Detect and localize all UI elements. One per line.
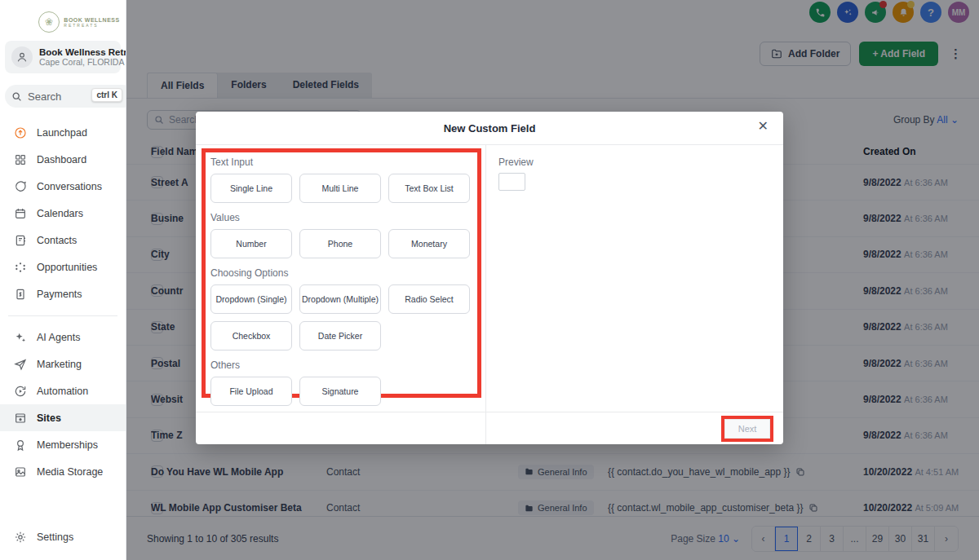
section-label-others: Others	[210, 359, 783, 371]
automation-icon	[13, 385, 28, 398]
sidebar-item-conversations[interactable]: Conversations	[0, 173, 126, 200]
sidebar-item-label: Calendars	[37, 208, 83, 219]
sidebar-item-dashboard[interactable]: Dashboard	[0, 146, 126, 173]
sidebar-item-opportunities[interactable]: Opportunities	[0, 254, 126, 280]
modal-title: New Custom Field	[444, 122, 536, 134]
sites-icon	[13, 412, 28, 425]
sidebar-item-label: Conversations	[37, 181, 102, 192]
memberships-icon	[13, 439, 28, 452]
field-type-radio-select[interactable]: Radio Select	[388, 284, 470, 314]
sidebar-item-label: Opportunities	[37, 262, 97, 273]
sidebar-item-label: Automation	[37, 386, 88, 397]
sidebar-item-launchpad[interactable]: Launchpad	[0, 119, 126, 146]
field-type-number[interactable]: Number	[210, 229, 292, 258]
account-avatar-icon	[11, 46, 33, 68]
sidebar-nav: Launchpad Dashboard Conversations Calend…	[0, 119, 126, 485]
field-type-monetary[interactable]: Monetary	[388, 229, 470, 258]
calendar-icon	[13, 207, 28, 220]
sidebar-item-label: AI Agents	[37, 332, 81, 343]
account-name: Book Wellness Retre...	[39, 47, 126, 57]
ai-agents-icon	[13, 331, 28, 344]
sidebar-item-label: Media Storage	[37, 466, 103, 478]
sidebar-item-label: Dashboard	[37, 154, 86, 165]
sidebar-item-automation[interactable]: Automation	[0, 377, 126, 404]
sidebar-item-settings[interactable]: Settings	[0, 523, 126, 550]
sidebar-item-sites[interactable]: Sites	[0, 404, 126, 431]
section-label-values: Values	[210, 212, 783, 223]
field-type-date-picker[interactable]: Date Picker	[299, 321, 381, 351]
sidebar-item-label: Memberships	[37, 439, 98, 451]
field-type-file-upload[interactable]: File Upload	[210, 377, 292, 406]
sidebar-item-marketing[interactable]: Marketing	[0, 351, 126, 377]
payments-icon	[13, 288, 28, 301]
dashboard-icon	[13, 153, 28, 166]
brand-logo: ❀ BOOK WELLNESS RETREATS	[33, 11, 126, 33]
sidebar-item-label: Settings	[37, 531, 73, 543]
sidebar-item-media-storage[interactable]: Media Storage	[0, 458, 126, 485]
account-location: Cape Coral, FLORIDA	[39, 57, 126, 67]
brand-name-line1: BOOK WELLNESS	[64, 17, 119, 23]
search-label: Search	[28, 90, 61, 103]
sidebar-item-label: Sites	[37, 412, 61, 424]
section-label-text-input: Text Input	[210, 157, 783, 168]
next-button[interactable]: Next	[724, 419, 770, 439]
media-storage-icon	[13, 465, 28, 478]
brand-name-line2: RETREATS	[64, 23, 119, 28]
new-custom-field-modal: New Custom Field ✕ Text Input Single Lin…	[196, 112, 783, 444]
conversations-icon	[13, 180, 28, 193]
contacts-icon	[13, 234, 28, 247]
field-type-single-line[interactable]: Single Line	[210, 174, 292, 203]
field-type-phone[interactable]: Phone	[299, 229, 381, 258]
sidebar-item-payments[interactable]: Payments	[0, 280, 126, 307]
field-type-checkbox[interactable]: Checkbox	[210, 321, 292, 351]
tutorial-highlight-next: Next	[721, 416, 773, 442]
brand-logo-icon: ❀	[38, 11, 60, 33]
sidebar-item-memberships[interactable]: Memberships	[0, 431, 126, 458]
sidebar: ❀ BOOK WELLNESS RETREATS Book Wellness R…	[0, 0, 126, 560]
sidebar-item-ai-agents[interactable]: AI Agents	[0, 324, 126, 351]
sidebar-item-label: Marketing	[37, 359, 82, 370]
launchpad-icon	[13, 126, 28, 139]
sidebar-item-label: Launchpad	[37, 127, 87, 139]
global-search-input[interactable]: Search ctrl K	[5, 85, 126, 108]
close-icon[interactable]: ✕	[758, 120, 769, 133]
field-type-text-box-list[interactable]: Text Box List	[388, 174, 470, 203]
sidebar-item-contacts[interactable]: Contacts	[0, 227, 126, 254]
search-shortcut-badge: ctrl K	[91, 88, 122, 102]
opportunities-icon	[13, 261, 28, 274]
account-switcher[interactable]: Book Wellness Retre... Cape Coral, FLORI…	[5, 41, 121, 73]
field-type-multi-line[interactable]: Multi Line	[299, 174, 381, 203]
field-type-dropdown-multiple[interactable]: Dropdown (Multiple)	[299, 284, 381, 314]
sidebar-divider	[8, 315, 117, 316]
field-type-signature[interactable]: Signature	[299, 377, 381, 406]
sidebar-item-label: Contacts	[37, 235, 77, 246]
field-type-dropdown-single[interactable]: Dropdown (Single)	[210, 284, 292, 314]
marketing-icon	[13, 358, 28, 371]
search-icon	[11, 91, 22, 102]
sidebar-item-calendars[interactable]: Calendars	[0, 200, 126, 227]
settings-gear-icon	[13, 531, 28, 544]
sidebar-item-label: Payments	[37, 289, 82, 300]
preview-label: Preview	[498, 157, 534, 168]
preview-field-box	[498, 173, 525, 191]
section-label-choosing-options: Choosing Options	[210, 267, 783, 279]
